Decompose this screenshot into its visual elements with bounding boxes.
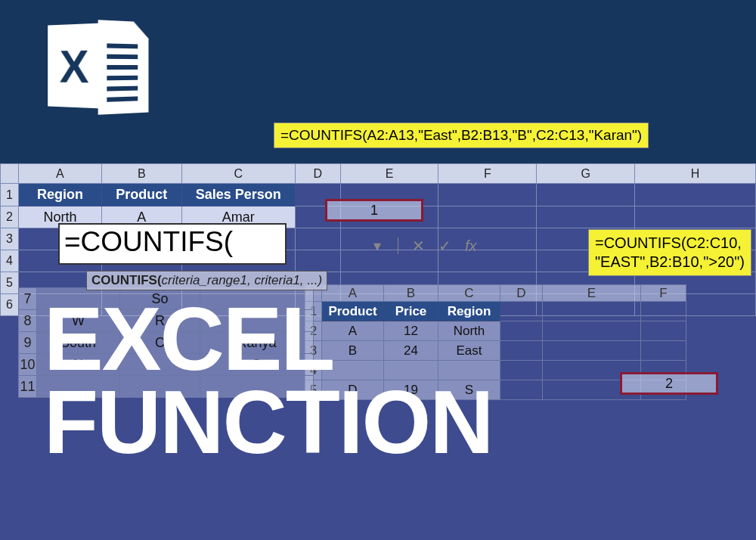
row-num[interactable]: 4 bbox=[1, 250, 19, 272]
col-F[interactable]: F bbox=[641, 285, 686, 302]
hint-fn-name: COUNTIFS( bbox=[91, 273, 162, 287]
col-H[interactable]: H bbox=[635, 164, 756, 184]
excel-x-letter: X bbox=[60, 39, 89, 93]
col-B[interactable]: B bbox=[101, 164, 181, 184]
formula-result-1[interactable]: 1 bbox=[325, 199, 423, 222]
col-C[interactable]: C bbox=[181, 164, 295, 184]
col-D[interactable]: D bbox=[500, 285, 543, 302]
col-E[interactable]: E bbox=[543, 285, 641, 302]
hint-args: criteria_range1, criteria1, ...) bbox=[162, 273, 323, 287]
formula-bar-controls: ▾ ✕ ✓ fx bbox=[370, 237, 477, 255]
col-E[interactable]: E bbox=[340, 164, 438, 184]
row-num[interactable]: 3 bbox=[1, 228, 19, 250]
col-F[interactable]: F bbox=[438, 164, 537, 184]
formula-display-main: =COUNTIFS(A2:A13,"East",B2:B13,"B",C2:C1… bbox=[274, 123, 649, 148]
row-num[interactable]: 6 bbox=[1, 294, 19, 316]
column-headers-row: A B C D E F G H bbox=[1, 164, 756, 184]
formula-display-secondary: =COUNTIFS(C2:C10, "EAST",B2:B10,">20") bbox=[588, 229, 751, 276]
header-region[interactable]: Region bbox=[18, 184, 101, 206]
col-G[interactable]: G bbox=[537, 164, 635, 184]
formula-result-2[interactable]: 2 bbox=[620, 372, 718, 395]
title-line-1: EXCEL bbox=[44, 298, 493, 381]
confirm-icon[interactable]: ✓ bbox=[438, 237, 451, 255]
dropdown-icon[interactable]: ▾ bbox=[370, 239, 384, 253]
title-line-2: FUNCTION bbox=[44, 381, 493, 464]
page-title: EXCEL FUNCTION bbox=[44, 298, 493, 464]
col-D[interactable]: D bbox=[295, 164, 340, 184]
function-hint-tooltip: COUNTIFS(criteria_range1, criteria1, ...… bbox=[86, 271, 327, 290]
header-product[interactable]: Product bbox=[101, 184, 181, 206]
cell-editor[interactable]: =COUNTIFS( bbox=[58, 223, 287, 265]
cancel-icon[interactable]: ✕ bbox=[412, 237, 425, 255]
excel-logo-icon: X bbox=[45, 17, 144, 115]
row-num[interactable]: 5 bbox=[1, 272, 19, 294]
header-salesperson[interactable]: Sales Person bbox=[181, 184, 295, 206]
fx-icon[interactable]: fx bbox=[465, 237, 477, 255]
row-num[interactable]: 1 bbox=[1, 184, 19, 206]
row-num[interactable]: 2 bbox=[1, 206, 19, 228]
col-A[interactable]: A bbox=[18, 164, 101, 184]
